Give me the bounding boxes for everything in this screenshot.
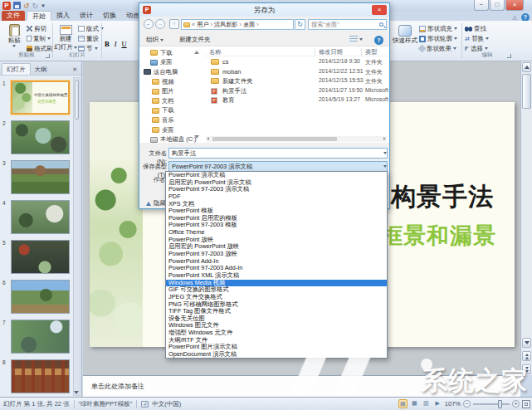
layout-button[interactable]: 版式 — [78, 24, 104, 33]
zoom-slider[interactable] — [473, 403, 510, 405]
replace-button[interactable]: ⇄替换 — [465, 34, 489, 43]
sidebar-item-文档[interactable]: 文档 — [139, 96, 203, 106]
sidebar-item-下载[interactable]: 下载 — [139, 48, 203, 58]
organize-button[interactable]: 组织 — [146, 36, 164, 44]
italic-button[interactable]: I — [115, 40, 117, 48]
search-input[interactable]: 搜索“桌面” — [308, 19, 387, 30]
file-row[interactable]: 教育2014/5/19 13:27Microsoft — [204, 95, 388, 105]
sidebar-item-音乐[interactable]: 音乐 — [139, 115, 203, 125]
previous-slide-button[interactable] — [522, 351, 531, 361]
sidebar-item-这台电脑[interactable]: 这台电脑 — [139, 67, 203, 77]
undo-icon[interactable]: ↺ — [23, 2, 30, 10]
zoom-slider-thumb[interactable] — [498, 400, 502, 408]
breadcrumb-segment[interactable]: 用户 — [197, 21, 208, 29]
slide-thumbnail[interactable] — [11, 200, 70, 234]
sidebar-item-桌面[interactable]: 桌面 — [139, 58, 203, 68]
tab-设计[interactable]: 设计 — [75, 11, 98, 21]
column-date[interactable]: 修改日期 — [319, 48, 343, 56]
sidebar-item-视频[interactable]: 视频 — [139, 77, 203, 87]
vertical-scrollbar[interactable] — [520, 61, 532, 375]
save-type-dropdown-icon[interactable] — [383, 165, 387, 168]
tab-文件[interactable]: 文件 — [2, 11, 25, 21]
tree-scroll-down-icon[interactable] — [194, 135, 199, 139]
slide-thumbnail[interactable]: 中国古典园林的构景手法 之框景和漏景 — [11, 81, 70, 115]
quick-styles-button[interactable]: 快速样式 — [393, 22, 417, 45]
tab-slides[interactable]: 幻灯片 — [2, 63, 31, 75]
fit-to-window-button[interactable] — [522, 400, 530, 408]
slide-sorter-view-button[interactable]: ▦ — [410, 399, 419, 408]
slide-thumbnail[interactable] — [11, 320, 70, 354]
breadcrumb[interactable]: «用户›清风新影›桌面› — [181, 19, 294, 30]
copy-button[interactable]: 复制 — [27, 34, 53, 43]
file-row[interactable]: moban2014/12/22 12:51文件夹 — [204, 67, 388, 77]
zoom-out-button[interactable]: − — [463, 400, 471, 408]
find-button[interactable]: 查找 — [465, 24, 489, 33]
panel-close-icon[interactable]: ✕ — [72, 66, 80, 75]
bold-button[interactable]: B — [105, 40, 110, 48]
slide-thumbnail[interactable] — [11, 359, 70, 393]
scroll-down-button[interactable] — [522, 338, 531, 348]
clipboard-dialog-launcher-icon[interactable] — [46, 54, 50, 58]
tree-scroll-up-icon[interactable] — [194, 51, 199, 54]
minimize-button[interactable]: − — [474, 0, 489, 11]
tab-切换[interactable]: 切换 — [98, 11, 121, 21]
format-option[interactable]: PowerPoint 97-2003 演示文稿 — [166, 186, 387, 193]
file-name-input[interactable] — [168, 148, 388, 159]
view-selector-button[interactable] — [349, 36, 363, 42]
horizontal-scrollbar[interactable] — [206, 136, 387, 142]
spellcheck-icon[interactable]: ✓ — [141, 401, 149, 408]
slide-thumbnail[interactable] — [11, 160, 70, 194]
dialog-close-button[interactable]: × — [372, 5, 387, 15]
slide-thumbnail[interactable] — [11, 240, 70, 274]
qat-more-icon[interactable]: ▼ — [41, 3, 46, 8]
reset-button[interactable]: 重设 — [78, 34, 104, 43]
shape-fill-button[interactable]: 形状填充 — [419, 24, 457, 33]
zoom-in-button[interactable]: + — [512, 400, 520, 408]
slideshow-view-button[interactable]: ▶ — [433, 399, 442, 408]
close-button[interactable]: × — [505, 0, 524, 11]
dialog-help-button[interactable]: ? — [374, 36, 383, 45]
underline-button[interactable]: U — [122, 40, 127, 48]
panel-scrollbar-thumb[interactable] — [75, 80, 79, 120]
sidebar-item-图片[interactable]: 图片 — [139, 86, 203, 96]
redo-icon[interactable]: ↻ — [32, 2, 39, 10]
editing-dialog-launcher-icon[interactable] — [507, 54, 511, 58]
new-slide-button[interactable]: 新建 幻灯片 — [54, 22, 77, 51]
refresh-button[interactable]: ↻ — [295, 19, 305, 30]
shape-effects-button[interactable]: 形状效果 — [419, 44, 457, 53]
new-folder-button[interactable]: 新建文件夹 — [179, 36, 211, 44]
column-name[interactable]: 名称 — [209, 48, 221, 56]
slide-thumbnail[interactable] — [11, 120, 70, 154]
collapse-ribbon-icon[interactable]: △ — [513, 14, 517, 21]
scroll-up-button[interactable] — [522, 62, 531, 72]
normal-view-button[interactable]: ▤ — [398, 399, 408, 408]
tab-开始[interactable]: 开始 — [27, 11, 51, 21]
tab-outline[interactable]: 大纲 — [31, 64, 51, 75]
paste-button[interactable]: 粘贴 — [3, 22, 25, 47]
back-button[interactable]: ← — [144, 19, 154, 29]
panel-scrollbar[interactable] — [73, 77, 81, 396]
format-option[interactable]: PDF — [166, 193, 387, 201]
file-name-dropdown-icon[interactable] — [383, 152, 387, 154]
column-type[interactable]: 类型 — [365, 48, 377, 56]
maximize-button[interactable]: □ — [490, 0, 505, 11]
language-indicator[interactable]: 中文(中国) — [152, 400, 181, 408]
slide-thumbnail[interactable] — [11, 280, 70, 314]
scrollbar-thumb[interactable] — [522, 74, 531, 109]
breadcrumb-segment[interactable]: 桌面 — [243, 21, 255, 29]
file-row[interactable]: 构景手法2014/11/27 19:50Microsoft — [204, 86, 388, 96]
save-icon[interactable] — [13, 2, 21, 9]
tab-插入[interactable]: 插入 — [51, 11, 75, 21]
sidebar-item-下载[interactable]: 下载 — [139, 106, 203, 116]
horizontal-scrollbar-thumb[interactable] — [212, 137, 337, 141]
format-option[interactable]: OpenDocument 演示文稿 — [166, 351, 387, 359]
splitter-collapse-icon[interactable] — [74, 391, 79, 394]
file-row[interactable]: cs2014/12/18 9:30文件夹 — [204, 57, 388, 67]
up-button[interactable]: ↑ — [169, 19, 179, 29]
sidebar-item-本地磁盘 (C:)[interactable]: 本地磁盘 (C:) — [139, 134, 203, 143]
reading-view-button[interactable]: ▥ — [422, 399, 431, 408]
file-row[interactable]: 新建文件夹2014/12/15 15:53文件夹 — [204, 76, 388, 86]
next-slide-button[interactable] — [522, 364, 531, 374]
sidebar-item-桌面[interactable]: 桌面 — [139, 125, 203, 135]
cut-button[interactable]: 剪切 — [27, 24, 53, 33]
